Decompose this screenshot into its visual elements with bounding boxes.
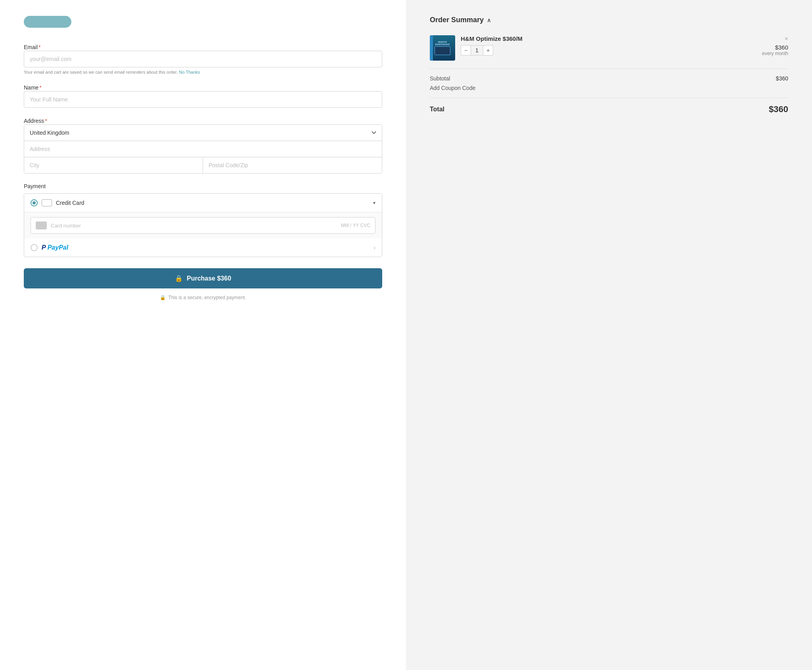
thumbnail-inner: WEBSITEMAINTENANCE (430, 35, 455, 61)
paypal-option[interactable]: P PayPal › (24, 239, 382, 257)
email-required: * (38, 44, 40, 50)
email-hint: Your email and cart are saved so we can … (24, 70, 382, 74)
no-thanks-link[interactable]: No Thanks (179, 70, 200, 74)
order-item-details: H&M Optimize $360/M − 1 + (461, 35, 756, 55)
lock-icon: 🔒 (175, 275, 183, 282)
total-value: $360 (769, 104, 788, 115)
subtotal-value: $360 (776, 75, 788, 82)
coupon-row: Add Coupon Code (430, 85, 788, 91)
name-group: Name* (24, 84, 382, 108)
payment-label: Payment (24, 183, 382, 189)
card-icon (42, 199, 52, 206)
paypal-radio[interactable] (31, 244, 38, 251)
thumbnail-text: WEBSITEMAINTENANCE (435, 41, 450, 46)
divider-1 (430, 69, 788, 69)
coupon-link[interactable]: Add Coupon Code (430, 85, 475, 91)
purchase-button[interactable]: 🔒 Purchase $360 (24, 268, 382, 288)
thumbnail-bar (430, 35, 433, 61)
subtotal-row: Subtotal $360 (430, 75, 788, 82)
zip-input[interactable] (203, 157, 382, 173)
paypal-p-icon: P (42, 244, 46, 251)
name-required: * (39, 84, 41, 91)
qty-value: 1 (471, 45, 483, 55)
card-meta: MM / YY CVC (341, 223, 370, 228)
paypal-chevron-icon: › (373, 244, 375, 251)
country-select[interactable]: United Kingdom United States Canada Aust… (24, 125, 382, 141)
item-frequency: every month (762, 51, 788, 56)
address-fields: United Kingdom United States Canada Aust… (24, 124, 382, 174)
qty-increase-button[interactable]: + (483, 45, 493, 55)
order-summary-chevron-icon[interactable]: ∧ (487, 17, 491, 23)
total-row: Total $360 (430, 104, 788, 115)
paypal-text-icon: PayPal (48, 244, 68, 251)
card-number-input[interactable] (51, 223, 337, 229)
left-panel: Email* Your email and cart are saved so … (0, 0, 406, 670)
address-required: * (45, 118, 47, 124)
order-summary-header: Order Summary ∧ (430, 16, 788, 24)
address-label: Address* (24, 118, 47, 124)
email-group: Email* Your email and cart are saved so … (24, 44, 382, 74)
card-fields: MM / YY CVC (24, 212, 382, 239)
total-label: Total (430, 106, 444, 113)
qty-decrease-button[interactable]: − (461, 45, 471, 55)
order-item-name: H&M Optimize $360/M (461, 35, 756, 42)
right-panel: Order Summary ∧ WEBSITEMAINTENANCE H&M O… (406, 0, 812, 670)
order-item-right: × $360 every month (762, 35, 788, 56)
purchase-label: Purchase $360 (187, 275, 231, 282)
order-summary-title: Order Summary (430, 16, 484, 24)
order-item: WEBSITEMAINTENANCE H&M Optimize $360/M −… (430, 35, 788, 61)
credit-card-chevron-icon: ▾ (373, 200, 375, 206)
secure-lock-icon: 🔒 (160, 295, 166, 300)
payment-section: Payment Credit Card ▾ MM / YY CVC (24, 183, 382, 257)
thumbnail-screen (435, 46, 450, 55)
credit-card-option[interactable]: Credit Card ▾ (24, 194, 382, 212)
card-chip-icon (36, 221, 47, 229)
address-group: Address* United Kingdom United States Ca… (24, 117, 382, 174)
email-input[interactable] (24, 51, 382, 67)
remove-item-button[interactable]: × (785, 35, 788, 42)
email-label: Email* (24, 44, 40, 50)
address-input[interactable] (24, 141, 382, 157)
card-number-row: MM / YY CVC (31, 217, 375, 234)
payment-box: Credit Card ▾ MM / YY CVC P PayPal › (24, 193, 382, 257)
logo (24, 16, 71, 28)
city-input[interactable] (24, 157, 203, 173)
qty-control: − 1 + (461, 45, 756, 55)
divider-2 (430, 97, 788, 98)
product-thumbnail: WEBSITEMAINTENANCE (430, 35, 455, 61)
credit-card-radio[interactable] (31, 199, 38, 206)
item-price: $360 (775, 44, 788, 51)
name-label: Name* (24, 84, 42, 91)
secure-text: 🔒 This is a secure, encrypted payment. (24, 295, 382, 300)
credit-card-label: Credit Card (56, 200, 369, 206)
paypal-logo: P PayPal (42, 244, 68, 251)
city-zip-row (24, 157, 382, 173)
subtotal-label: Subtotal (430, 75, 450, 82)
name-input[interactable] (24, 91, 382, 108)
